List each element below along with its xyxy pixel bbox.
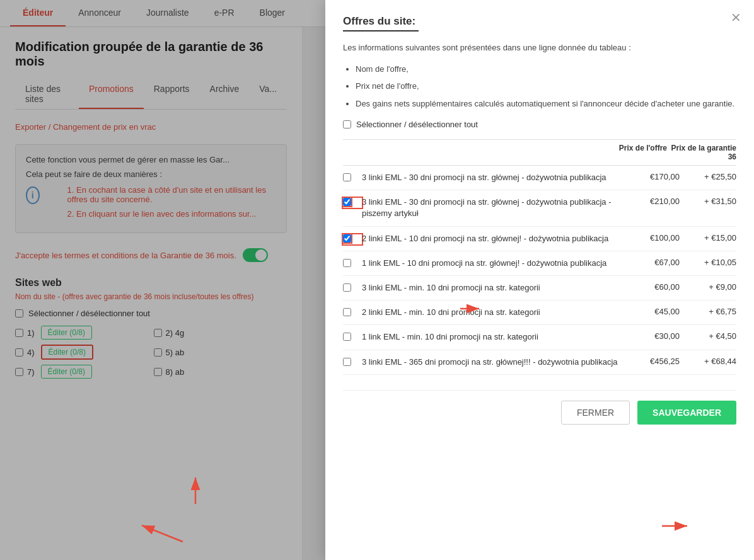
offer-row-5: 2 linki EML - min. 10 dni promocji na st…	[343, 300, 736, 325]
offer-0-name: 3 linki EML - 30 dni promocji na str. gł…	[362, 172, 623, 183]
offer-5-name: 2 linki EML - min. 10 dni promocji na st…	[362, 307, 623, 318]
modal-footer: FERMER SAUVEGARDER	[343, 390, 736, 425]
modal-list: Nom de l'offre, Prix net de l'offre, Des…	[356, 63, 736, 110]
offer-0-guarantee: + €25,50	[680, 172, 736, 181]
offer-0-price: €170,00	[623, 172, 680, 181]
modal-title-underline	[343, 30, 419, 31]
col-prix-offre-header: Prix de l'offre	[604, 144, 667, 161]
offer-row-2: 2 linki EML - 10 dni promocji na str. gł…	[343, 227, 736, 251]
offer-5-guarantee: + €6,75	[680, 307, 736, 316]
offer-row-6: 1 link EML - min. 10 dni promocji na str…	[343, 325, 736, 350]
offer-4-name: 3 linki EML - min. 10 dni promocji na st…	[362, 282, 623, 294]
offer-2-guarantee: + €15,00	[680, 233, 736, 243]
sauvegarder-button[interactable]: SAUVEGARDER	[637, 401, 736, 425]
fermer-button[interactable]: FERMER	[561, 401, 630, 425]
offer-row-7: 3 linki EML - 365 dni promocji na str. g…	[343, 350, 736, 375]
col-prix-garantie-header: Prix de la garantie 36	[667, 144, 736, 161]
modal-close-button[interactable]: ✕	[731, 10, 741, 25]
offer-5-checkbox[interactable]	[343, 308, 351, 316]
offer-6-checkbox[interactable]	[343, 333, 351, 341]
offer-1-checkbox[interactable]	[343, 198, 351, 206]
offer-7-checkbox[interactable]	[343, 358, 351, 366]
offer-2-name: 2 linki EML - 10 dni promocji na str. gł…	[362, 233, 623, 244]
offer-7-name: 3 linki EML - 365 dni promocji na str. g…	[362, 357, 623, 368]
app-container: Éditeur Annonceur Journaliste e-PR Bloge…	[0, 0, 754, 560]
modal-list-item-1: Nom de l'offre,	[356, 63, 736, 76]
modal-title: Offres du site:	[343, 15, 736, 28]
offer-row-0: 3 linki EML - 30 dni promocji na str. gł…	[343, 166, 736, 190]
offers-table-header: Prix de l'offre Prix de la garantie 36	[343, 139, 736, 166]
offer-row-1: 3 linki EML - 30 dni promocji na str. gł…	[343, 190, 736, 226]
offer-5-price: €45,00	[623, 307, 680, 316]
offer-7-price: €456,25	[623, 357, 680, 366]
offer-0-checkbox[interactable]	[343, 173, 351, 181]
offer-3-guarantee: + €10,05	[680, 258, 736, 267]
modal-select-all-row: Sélectionner / désélectionner tout	[343, 120, 736, 129]
modal-overlay: ✕ Offres du site: Les informations suiva…	[0, 0, 754, 560]
offer-6-name: 1 link EML - min. 10 dni promocji na str…	[362, 331, 623, 343]
offer-4-price: €60,00	[623, 282, 680, 292]
offer-3-checkbox[interactable]	[343, 259, 351, 267]
modal-select-all-label: Sélectionner / désélectionner tout	[356, 120, 478, 129]
offer-row-4: 3 linki EML - min. 10 dni promocji na st…	[343, 276, 736, 300]
offer-2-checkbox[interactable]	[343, 234, 351, 243]
offer-6-price: €30,00	[623, 331, 680, 341]
modal-list-item-2: Prix net de l'offre,	[356, 80, 736, 93]
modal-list-item-3: Des gains nets supplémentaires calculés …	[356, 98, 736, 110]
offer-3-name: 1 link EML - 10 dni promocji na str. głó…	[362, 258, 623, 269]
offer-4-guarantee: + €9,00	[680, 282, 736, 292]
offer-2-price: €100,00	[623, 233, 680, 243]
offer-7-guarantee: + €68,44	[680, 357, 736, 366]
offer-1-name: 3 linki EML - 30 dni promocji na str. gł…	[362, 197, 623, 219]
offer-3-price: €67,00	[623, 258, 680, 267]
offer-1-guarantee: + €31,50	[680, 197, 736, 206]
offers-list: 3 linki EML - 30 dni promocji na str. gł…	[343, 166, 736, 375]
offer-6-guarantee: + €4,50	[680, 331, 736, 341]
modal-select-all-checkbox[interactable]	[343, 120, 351, 129]
offer-1-price: €210,00	[623, 197, 680, 206]
offer-4-checkbox[interactable]	[343, 283, 351, 292]
modal-description: Les informations suivantes sont présenté…	[343, 42, 736, 54]
offer-row-3: 1 link EML - 10 dni promocji na str. głó…	[343, 251, 736, 276]
modal: ✕ Offres du site: Les informations suiva…	[325, 0, 754, 560]
